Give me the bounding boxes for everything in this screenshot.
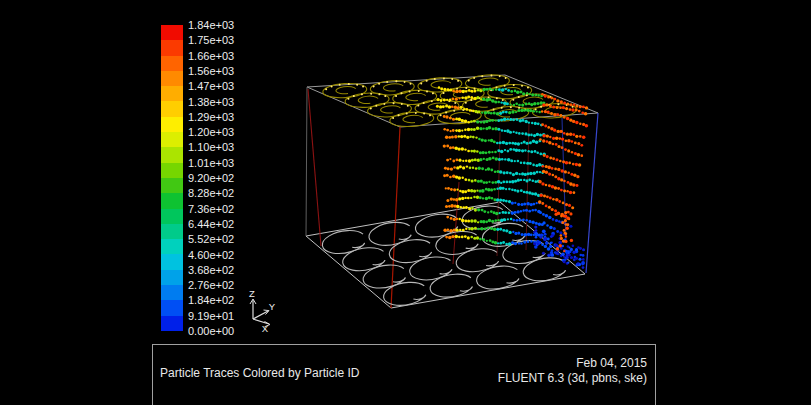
axis-z-label: Z bbox=[249, 288, 255, 299]
particle-traces bbox=[436, 86, 588, 269]
fluent-graphics-window: 1.84e+031.75e+031.66e+031.56e+031.47e+03… bbox=[0, 0, 811, 405]
swirl-patterns-bottom bbox=[321, 203, 567, 308]
caption-date: Feb 04, 2015 bbox=[498, 356, 647, 371]
caption-title: Particle Traces Colored by Particle ID bbox=[160, 366, 359, 380]
caption-box: Particle Traces Colored by Particle ID F… bbox=[152, 344, 656, 405]
axis-triad: Z Y X bbox=[249, 288, 276, 334]
caption-app-version: FLUENT 6.3 (3d, pbns, ske) bbox=[498, 371, 647, 386]
axis-x-label: X bbox=[262, 323, 269, 334]
